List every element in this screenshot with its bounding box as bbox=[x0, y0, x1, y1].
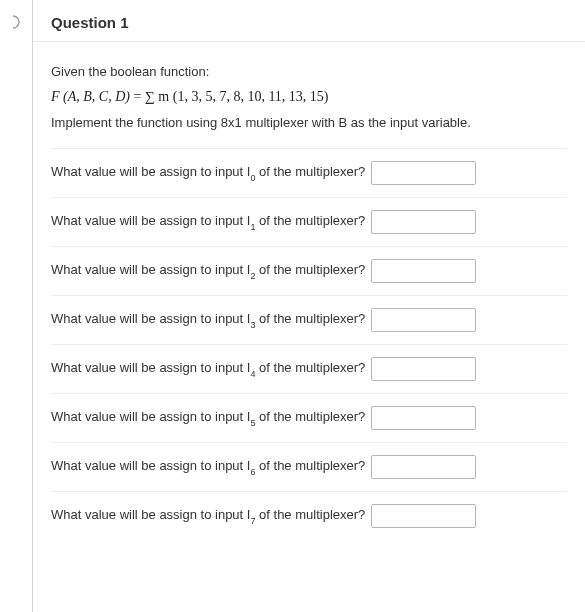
input-field-i6[interactable] bbox=[371, 455, 476, 479]
input-row-i7: What value will be assign to input I7 of… bbox=[51, 491, 567, 540]
input-field-i2[interactable] bbox=[371, 259, 476, 283]
question-instruction: Implement the function using 8x1 multipl… bbox=[51, 115, 567, 130]
question-wrapper: Question 1 Given the boolean function: F… bbox=[0, 0, 585, 612]
input-label-i1: What value will be assign to input I1 of… bbox=[51, 213, 365, 231]
input-row-i5: What value will be assign to input I5 of… bbox=[51, 393, 567, 442]
question-formula: F (A, B, C, D) = ∑ m (1, 3, 5, 7, 8, 10,… bbox=[51, 89, 567, 105]
input-fields: What value will be assign to input I0 of… bbox=[51, 148, 567, 540]
input-label-i4: What value will be assign to input I4 of… bbox=[51, 360, 365, 378]
input-label-i2: What value will be assign to input I2 of… bbox=[51, 262, 365, 280]
input-label-i7: What value will be assign to input I7 of… bbox=[51, 507, 365, 525]
formula-function: F (A, B, C, D) bbox=[51, 89, 130, 104]
question-header: Question 1 bbox=[33, 0, 585, 42]
input-field-i0[interactable] bbox=[371, 161, 476, 185]
input-label-i0: What value will be assign to input I0 of… bbox=[51, 164, 365, 182]
input-label-i6: What value will be assign to input I6 of… bbox=[51, 458, 365, 476]
input-field-i5[interactable] bbox=[371, 406, 476, 430]
formula-equals: = bbox=[130, 89, 145, 104]
input-row-i2: What value will be assign to input I2 of… bbox=[51, 246, 567, 295]
input-row-i0: What value will be assign to input I0 of… bbox=[51, 148, 567, 197]
input-field-i1[interactable] bbox=[371, 210, 476, 234]
input-row-i6: What value will be assign to input I6 of… bbox=[51, 442, 567, 491]
input-field-i3[interactable] bbox=[371, 308, 476, 332]
input-field-i4[interactable] bbox=[371, 357, 476, 381]
question-body: Given the boolean function: F (A, B, C, … bbox=[33, 42, 585, 552]
question-prompt: Given the boolean function: bbox=[51, 64, 567, 79]
left-gutter bbox=[0, 0, 32, 612]
input-field-i7[interactable] bbox=[371, 504, 476, 528]
chevron-right-icon bbox=[10, 14, 22, 33]
input-label-i3: What value will be assign to input I3 of… bbox=[51, 311, 365, 329]
formula-terms: (1, 3, 5, 7, 8, 10, 11, 13, 15) bbox=[169, 89, 328, 104]
input-label-i5: What value will be assign to input I5 of… bbox=[51, 409, 365, 427]
input-row-i4: What value will be assign to input I4 of… bbox=[51, 344, 567, 393]
formula-sigma: ∑ m bbox=[145, 89, 169, 104]
input-row-i1: What value will be assign to input I1 of… bbox=[51, 197, 567, 246]
input-row-i3: What value will be assign to input I3 of… bbox=[51, 295, 567, 344]
question-content: Question 1 Given the boolean function: F… bbox=[32, 0, 585, 612]
question-title: Question 1 bbox=[51, 14, 567, 31]
